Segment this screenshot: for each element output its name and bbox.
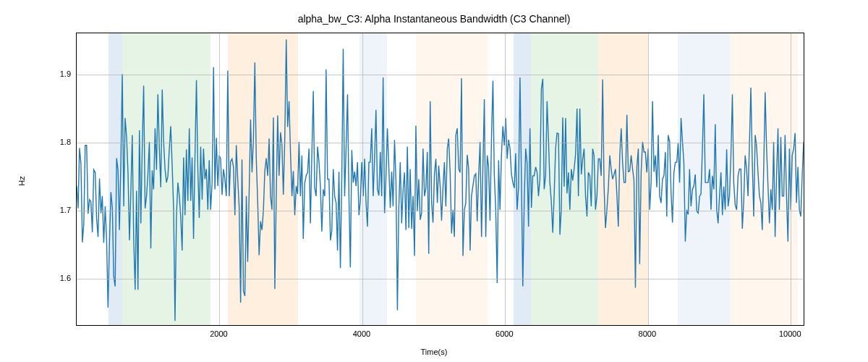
gridline-horizontal bbox=[77, 143, 804, 143]
gridline-vertical bbox=[648, 33, 649, 325]
y-tick-label: 1.9 bbox=[60, 70, 71, 78]
chart-container: alpha_bw_C3: Alpha Instantaneous Bandwid… bbox=[0, 0, 868, 362]
x-tick-label: 6000 bbox=[495, 329, 513, 338]
gridline-horizontal bbox=[77, 279, 804, 279]
y-axis-label: Hz bbox=[17, 176, 26, 185]
gridline-horizontal bbox=[77, 75, 804, 75]
y-tick-label: 1.7 bbox=[60, 206, 71, 214]
gridline-vertical bbox=[219, 33, 220, 325]
gridline-vertical bbox=[362, 33, 363, 325]
y-tick-label: 1.6 bbox=[60, 274, 71, 282]
gridline-horizontal bbox=[77, 211, 804, 211]
x-tick-label: 8000 bbox=[639, 329, 656, 338]
gridline-vertical bbox=[505, 33, 506, 325]
line-plot bbox=[77, 33, 804, 325]
gridline-vertical bbox=[791, 33, 791, 325]
x-tick-label: 2000 bbox=[210, 329, 227, 338]
x-axis-label: Time(s) bbox=[421, 348, 448, 356]
x-tick-label: 10000 bbox=[779, 329, 801, 338]
y-tick-label: 1.8 bbox=[60, 138, 71, 146]
x-tick-label: 4000 bbox=[353, 329, 370, 338]
plot-area bbox=[76, 33, 804, 326]
chart-title: alpha_bw_C3: Alpha Instantaneous Bandwid… bbox=[298, 13, 571, 25]
